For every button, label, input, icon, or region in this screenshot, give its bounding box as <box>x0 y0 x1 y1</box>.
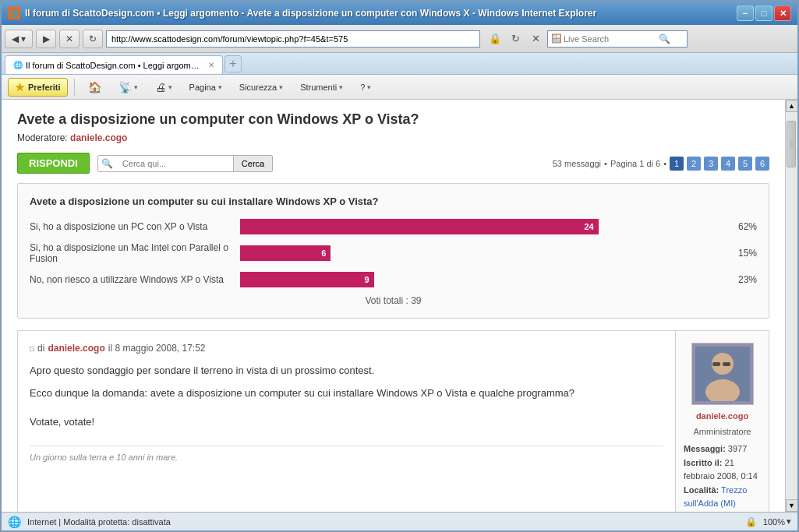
security-button[interactable]: Sicurezza ▾ <box>232 78 290 97</box>
feeds-icon: 📡 <box>118 81 132 93</box>
reply-button[interactable]: RISPONDI <box>17 153 90 174</box>
zoom-arrow: ▾ <box>787 516 791 527</box>
window-title: Il forum di ScattoDesign.com • Leggi arg… <box>25 8 596 19</box>
tab-close-button[interactable]: ✕ <box>208 61 214 69</box>
new-tab-button[interactable]: + <box>224 55 242 72</box>
scroll-dots <box>790 142 793 147</box>
msn-icon: 🪟 <box>551 33 562 44</box>
page-content: Avete a disposizione un computer con Win… <box>2 100 785 512</box>
maximize-button[interactable]: □ <box>755 5 772 21</box>
post-sidebar: daniele.cogo Amministratore Messaggi: 39… <box>675 331 769 512</box>
poster-name[interactable]: daniele.cogo <box>696 411 748 421</box>
page-button[interactable]: Pagina ▾ <box>182 78 229 97</box>
post-body: Apro questo sondaggio per sondare il ter… <box>30 363 663 430</box>
forward-button[interactable]: ▶ <box>36 30 56 48</box>
search-input[interactable] <box>116 156 233 171</box>
poll-bar-1: 24 <box>240 219 599 234</box>
scroll-track[interactable] <box>787 113 797 499</box>
home-button[interactable]: 🏠 <box>81 78 108 97</box>
post-body-line1: Apro questo sondaggio per sondare il ter… <box>30 363 663 379</box>
tabs-bar: 🌐 Il forum di ScattoDesign.com • Leggi a… <box>2 53 797 75</box>
stat-messages: Messaggi: 3977 <box>684 442 761 456</box>
moderator-prefix: Moderatore: <box>17 132 68 143</box>
toolbar: ★ Preferiti 🏠 📡 ▾ 🖨 ▾ Pagina ▾ Sicurezza… <box>2 75 797 100</box>
live-search-icon[interactable]: 🔍 <box>659 33 670 44</box>
post-content: □ di daniele.cogo il 8 maggio 2008, 17:5… <box>18 331 675 512</box>
print-icon: 🖨 <box>155 81 166 93</box>
page-link-1[interactable]: 1 <box>670 157 684 171</box>
zoom-button[interactable]: 100% ▾ <box>763 516 791 527</box>
content-area: Avete a disposizione un computer con Win… <box>2 100 797 512</box>
page-link-5[interactable]: 5 <box>738 157 752 171</box>
search-box: 🔍 Cerca <box>97 155 273 172</box>
page-title: Avete a disposizione un computer con Win… <box>17 111 769 128</box>
poll-label-1: Si, ho a disposizione un PC con XP o Vis… <box>30 221 232 232</box>
poll-label-2: Si, ho a disposizione un Mac Intel con P… <box>30 242 232 264</box>
browser-icon: 🌐 <box>8 7 20 19</box>
poll-label-3: No, non riesco a utilizzare Windows XP o… <box>30 274 232 285</box>
scroll-dot-3 <box>790 146 793 147</box>
scroll-dot-1 <box>790 142 793 143</box>
page-link-2[interactable]: 2 <box>687 157 701 171</box>
title-bar: 🌐 Il forum di ScattoDesign.com • Leggi a… <box>2 2 797 25</box>
refresh-button[interactable]: ↻ <box>83 30 103 48</box>
live-search-input[interactable] <box>564 34 657 44</box>
poll-totals: Voti totali : 39 <box>30 295 757 306</box>
back-button[interactable]: ◀ ▾ <box>5 30 33 48</box>
poll-pct-2: 15% <box>726 248 757 259</box>
post-header: □ di daniele.cogo il 8 maggio 2008, 17:5… <box>30 343 663 354</box>
poll-bar-container-1: 24 <box>240 219 718 234</box>
search-button[interactable]: Cerca <box>233 156 272 171</box>
page-link-4[interactable]: 4 <box>721 157 735 171</box>
tools-button[interactable]: Strumenti ▾ <box>293 78 350 97</box>
favorites-button[interactable]: ★ Preferiti <box>8 78 68 97</box>
security-arrow: ▾ <box>279 83 283 91</box>
favorites-label: Preferiti <box>28 83 61 92</box>
stop-icon[interactable]: ✕ <box>527 30 544 48</box>
scroll-up-button[interactable]: ▲ <box>786 100 798 112</box>
moderator-link[interactable]: daniele.cogo <box>70 132 127 143</box>
scroll-thumb[interactable] <box>787 121 796 167</box>
window-controls: − □ ✕ <box>737 5 791 21</box>
address-bar: ◀ ▾ ▶ ✕ ↻ 🔒 ↻ ✕ 🪟 🔍 <box>2 25 797 53</box>
tools-arrow: ▾ <box>339 83 343 91</box>
post-date: il 8 maggio 2008, 17:52 <box>108 343 206 354</box>
stop-button[interactable]: ✕ <box>59 30 80 48</box>
stat-location-label: Località: <box>684 485 719 495</box>
live-search-box[interactable]: 🪟 🔍 <box>547 30 688 48</box>
poll-row-1: Si, ho a disposizione un PC con XP o Vis… <box>30 219 757 234</box>
toolbar-divider-1 <box>74 79 75 96</box>
help-button[interactable]: ? ▾ <box>353 78 378 97</box>
address-input[interactable] <box>106 30 480 48</box>
internet-icon: 🌐 <box>8 516 21 528</box>
stat-location: Località: Trezzo sull'Adda (MI) <box>684 484 761 511</box>
status-bar: 🌐 Internet | Modalità protetta: disattiv… <box>2 512 797 530</box>
post-icon: □ <box>30 344 34 353</box>
search-magnifier-icon: 🔍 <box>98 158 116 169</box>
poll-count-3: 9 <box>365 275 369 284</box>
svg-rect-3 <box>712 362 720 366</box>
poll-pct-3: 23% <box>726 274 757 285</box>
moderator-line: Moderatore: daniele.cogo <box>17 132 769 143</box>
pagination-info: 53 messaggi • Pagina 1 di 6 • 1 2 3 4 5 … <box>553 157 769 171</box>
poll-bar-container-2: 6 <box>240 245 718 261</box>
tools-label: Strumenti <box>300 83 337 92</box>
tab-forum[interactable]: 🌐 Il forum di ScattoDesign.com • Leggi a… <box>5 55 223 74</box>
print-button[interactable]: 🖨 ▾ <box>148 78 179 97</box>
post-author-link[interactable]: daniele.cogo <box>48 343 104 354</box>
messages-count: 53 messaggi <box>553 159 601 168</box>
browser-window: 🌐 Il forum di ScattoDesign.com • Leggi a… <box>0 0 799 532</box>
scroll-down-button[interactable]: ▼ <box>786 499 798 512</box>
home-icon: 🏠 <box>88 81 101 93</box>
page-label: Pagina <box>189 83 216 92</box>
page-link-3[interactable]: 3 <box>704 157 718 171</box>
post-signature: Un giorno sulla terra e 10 anni in mare. <box>30 446 663 462</box>
poll-row-3: No, non riesco a utilizzare Windows XP o… <box>30 272 757 287</box>
close-button[interactable]: ✕ <box>774 5 791 21</box>
page-link-6[interactable]: 6 <box>755 157 769 171</box>
refresh-icon[interactable]: ↻ <box>507 30 524 48</box>
go-button[interactable]: 🔒 <box>486 30 504 48</box>
feeds-button[interactable]: 📡 ▾ <box>111 78 145 97</box>
minimize-button[interactable]: − <box>737 5 754 21</box>
post-prefix: di <box>37 343 44 354</box>
